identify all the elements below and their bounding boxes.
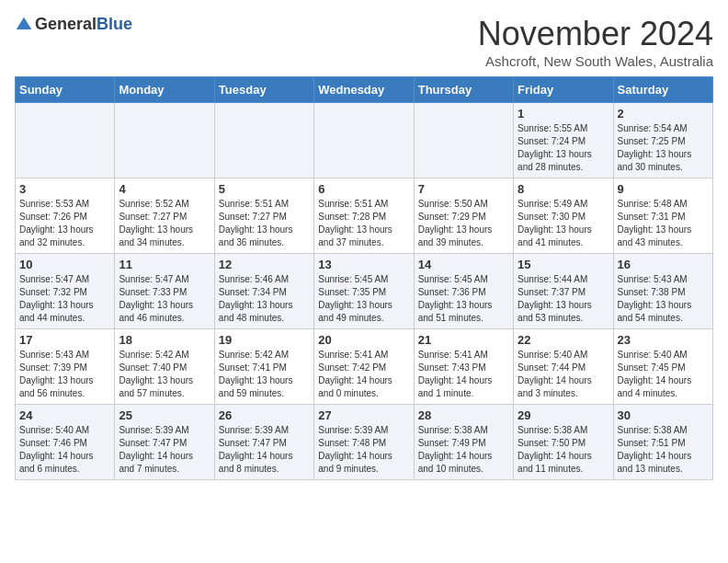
day-number: 29	[518, 408, 609, 422]
day-info: Sunrise: 5:38 AM Sunset: 7:49 PM Dayligh…	[418, 424, 509, 476]
calendar-cell: 4Sunrise: 5:52 AM Sunset: 7:27 PM Daylig…	[115, 178, 214, 254]
logo-icon	[15, 16, 33, 34]
day-info: Sunrise: 5:38 AM Sunset: 7:50 PM Dayligh…	[518, 424, 609, 476]
day-number: 14	[418, 258, 509, 271]
calendar-cell: 21Sunrise: 5:41 AM Sunset: 7:43 PM Dayli…	[414, 329, 513, 405]
calendar-cell: 27Sunrise: 5:39 AM Sunset: 7:48 PM Dayli…	[314, 405, 414, 480]
weekday-header: Saturday	[613, 77, 712, 103]
day-info: Sunrise: 5:40 AM Sunset: 7:44 PM Dayligh…	[518, 349, 609, 400]
day-info: Sunrise: 5:42 AM Sunset: 7:41 PM Dayligh…	[219, 349, 310, 400]
day-info: Sunrise: 5:39 AM Sunset: 7:47 PM Dayligh…	[119, 424, 210, 476]
calendar-cell: 5Sunrise: 5:51 AM Sunset: 7:27 PM Daylig…	[214, 178, 313, 254]
calendar-cell	[16, 103, 115, 178]
calendar-cell: 12Sunrise: 5:46 AM Sunset: 7:34 PM Dayli…	[214, 254, 313, 329]
calendar-cell	[214, 103, 313, 178]
calendar-cell: 2Sunrise: 5:54 AM Sunset: 7:25 PM Daylig…	[613, 103, 712, 178]
day-number: 15	[518, 258, 609, 271]
calendar-header: SundayMondayTuesdayWednesdayThursdayFrid…	[16, 77, 713, 103]
calendar-cell: 18Sunrise: 5:42 AM Sunset: 7:40 PM Dayli…	[115, 329, 214, 405]
day-info: Sunrise: 5:38 AM Sunset: 7:51 PM Dayligh…	[618, 424, 709, 476]
calendar-cell: 29Sunrise: 5:38 AM Sunset: 7:50 PM Dayli…	[514, 405, 613, 480]
day-number: 27	[318, 408, 409, 422]
calendar-cell: 7Sunrise: 5:50 AM Sunset: 7:29 PM Daylig…	[414, 178, 513, 254]
day-info: Sunrise: 5:53 AM Sunset: 7:26 PM Dayligh…	[19, 198, 110, 249]
day-number: 20	[318, 333, 409, 347]
weekday-header: Monday	[115, 77, 214, 103]
calendar-cell	[414, 103, 513, 178]
weekday-header: Sunday	[16, 77, 115, 103]
day-info: Sunrise: 5:46 AM Sunset: 7:34 PM Dayligh…	[219, 273, 310, 325]
day-info: Sunrise: 5:39 AM Sunset: 7:48 PM Dayligh…	[318, 424, 409, 476]
day-info: Sunrise: 5:52 AM Sunset: 7:27 PM Dayligh…	[119, 198, 210, 249]
day-number: 6	[318, 182, 409, 196]
day-info: Sunrise: 5:41 AM Sunset: 7:43 PM Dayligh…	[418, 349, 509, 400]
day-number: 12	[219, 258, 310, 271]
day-number: 10	[19, 258, 110, 271]
day-info: Sunrise: 5:54 AM Sunset: 7:25 PM Dayligh…	[618, 122, 709, 174]
calendar-cell: 25Sunrise: 5:39 AM Sunset: 7:47 PM Dayli…	[115, 405, 214, 480]
calendar-cell: 13Sunrise: 5:45 AM Sunset: 7:35 PM Dayli…	[314, 254, 414, 329]
calendar-cell: 20Sunrise: 5:41 AM Sunset: 7:42 PM Dayli…	[314, 329, 414, 405]
calendar-cell	[115, 103, 214, 178]
day-info: Sunrise: 5:45 AM Sunset: 7:36 PM Dayligh…	[418, 273, 509, 325]
day-number: 24	[19, 408, 110, 422]
day-info: Sunrise: 5:45 AM Sunset: 7:35 PM Dayligh…	[318, 273, 409, 325]
weekday-header: Friday	[514, 77, 613, 103]
day-info: Sunrise: 5:49 AM Sunset: 7:30 PM Dayligh…	[518, 198, 609, 249]
calendar-cell: 26Sunrise: 5:39 AM Sunset: 7:47 PM Dayli…	[214, 405, 313, 480]
calendar-cell: 22Sunrise: 5:40 AM Sunset: 7:44 PM Dayli…	[514, 329, 613, 405]
calendar-cell: 9Sunrise: 5:48 AM Sunset: 7:31 PM Daylig…	[613, 178, 712, 254]
day-number: 16	[618, 258, 709, 271]
day-info: Sunrise: 5:47 AM Sunset: 7:32 PM Dayligh…	[19, 273, 110, 325]
weekday-row: SundayMondayTuesdayWednesdayThursdayFrid…	[16, 77, 713, 103]
calendar-body: 1Sunrise: 5:55 AM Sunset: 7:24 PM Daylig…	[16, 103, 713, 480]
day-number: 19	[219, 333, 310, 347]
day-number: 18	[119, 333, 210, 347]
day-number: 5	[219, 182, 310, 196]
calendar-cell: 30Sunrise: 5:38 AM Sunset: 7:51 PM Dayli…	[613, 405, 712, 480]
day-number: 1	[518, 107, 609, 121]
logo-blue: Blue	[97, 15, 132, 33]
calendar-cell: 28Sunrise: 5:38 AM Sunset: 7:49 PM Dayli…	[414, 405, 513, 480]
day-info: Sunrise: 5:43 AM Sunset: 7:38 PM Dayligh…	[618, 273, 709, 325]
day-info: Sunrise: 5:51 AM Sunset: 7:27 PM Dayligh…	[219, 198, 310, 249]
calendar-cell: 11Sunrise: 5:47 AM Sunset: 7:33 PM Dayli…	[115, 254, 214, 329]
calendar-cell: 1Sunrise: 5:55 AM Sunset: 7:24 PM Daylig…	[514, 103, 613, 178]
day-info: Sunrise: 5:44 AM Sunset: 7:37 PM Dayligh…	[518, 273, 609, 325]
day-number: 13	[318, 258, 409, 271]
day-number: 11	[119, 258, 210, 271]
location-title: Ashcroft, New South Wales, Australia	[478, 53, 713, 69]
calendar-cell: 10Sunrise: 5:47 AM Sunset: 7:32 PM Dayli…	[16, 254, 115, 329]
day-info: Sunrise: 5:43 AM Sunset: 7:39 PM Dayligh…	[19, 349, 110, 400]
day-info: Sunrise: 5:40 AM Sunset: 7:46 PM Dayligh…	[19, 424, 110, 476]
calendar-cell	[314, 103, 414, 178]
calendar-cell: 16Sunrise: 5:43 AM Sunset: 7:38 PM Dayli…	[613, 254, 712, 329]
calendar-cell: 19Sunrise: 5:42 AM Sunset: 7:41 PM Dayli…	[214, 329, 313, 405]
weekday-header: Thursday	[414, 77, 513, 103]
calendar-cell: 24Sunrise: 5:40 AM Sunset: 7:46 PM Dayli…	[16, 405, 115, 480]
calendar-cell: 6Sunrise: 5:51 AM Sunset: 7:28 PM Daylig…	[314, 178, 414, 254]
logo: GeneralBlue	[15, 15, 132, 34]
day-number: 17	[19, 333, 110, 347]
day-number: 8	[518, 182, 609, 196]
calendar-table: SundayMondayTuesdayWednesdayThursdayFrid…	[15, 76, 713, 480]
day-number: 28	[418, 408, 509, 422]
day-info: Sunrise: 5:48 AM Sunset: 7:31 PM Dayligh…	[618, 198, 709, 249]
day-info: Sunrise: 5:39 AM Sunset: 7:47 PM Dayligh…	[219, 424, 310, 476]
calendar-week-row: 3Sunrise: 5:53 AM Sunset: 7:26 PM Daylig…	[16, 178, 713, 254]
day-info: Sunrise: 5:40 AM Sunset: 7:45 PM Dayligh…	[618, 349, 709, 400]
calendar-week-row: 17Sunrise: 5:43 AM Sunset: 7:39 PM Dayli…	[16, 329, 713, 405]
day-info: Sunrise: 5:50 AM Sunset: 7:29 PM Dayligh…	[418, 198, 509, 249]
calendar-cell: 15Sunrise: 5:44 AM Sunset: 7:37 PM Dayli…	[514, 254, 613, 329]
day-info: Sunrise: 5:47 AM Sunset: 7:33 PM Dayligh…	[119, 273, 210, 325]
calendar-week-row: 10Sunrise: 5:47 AM Sunset: 7:32 PM Dayli…	[16, 254, 713, 329]
day-number: 9	[618, 182, 709, 196]
page-header: GeneralBlue November 2024 Ashcroft, New …	[15, 15, 713, 69]
day-info: Sunrise: 5:55 AM Sunset: 7:24 PM Dayligh…	[518, 122, 609, 174]
svg-marker-0	[17, 17, 32, 29]
day-info: Sunrise: 5:41 AM Sunset: 7:42 PM Dayligh…	[318, 349, 409, 400]
day-number: 4	[119, 182, 210, 196]
calendar-week-row: 24Sunrise: 5:40 AM Sunset: 7:46 PM Dayli…	[16, 405, 713, 480]
day-number: 22	[518, 333, 609, 347]
day-number: 25	[119, 408, 210, 422]
